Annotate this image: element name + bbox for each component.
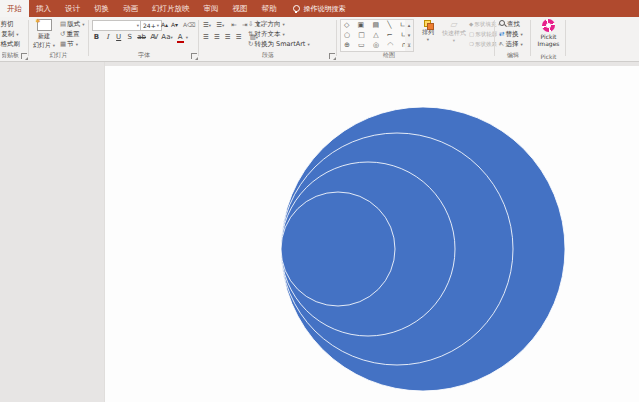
powerpoint-window: 开始 插入 设计 切换 动画 幻灯片放映 审阅 视图 帮助 操作说明搜索 ✂剪切… xyxy=(0,0,639,402)
slide-shape-circle-4[interactable] xyxy=(281,192,395,306)
circles-drawing xyxy=(0,0,639,402)
